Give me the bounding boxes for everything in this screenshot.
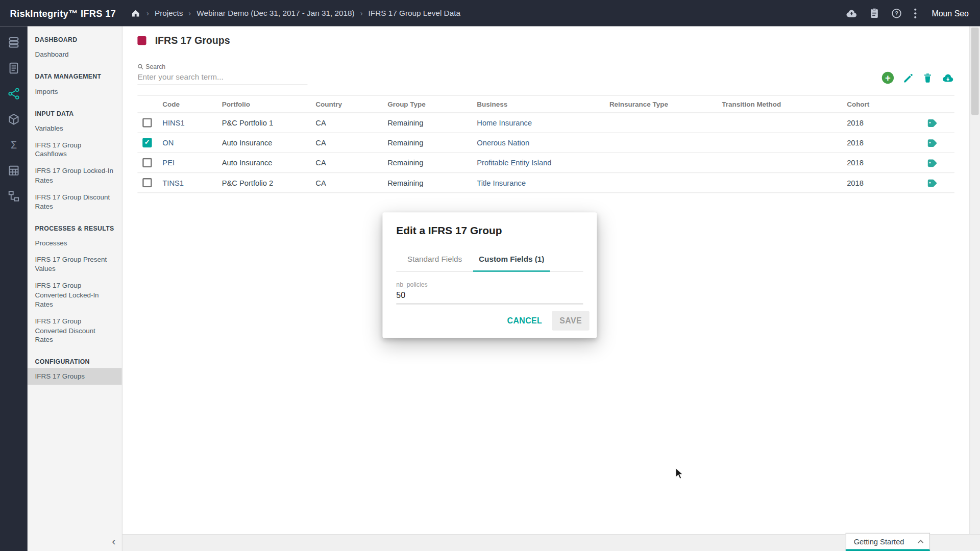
- add-group-button[interactable]: +: [882, 72, 894, 84]
- cell-country: CA: [315, 118, 387, 127]
- data-sources-icon[interactable]: [7, 36, 20, 49]
- tab-custom-fields[interactable]: Custom Fields (1): [473, 248, 550, 271]
- vertical-scrollbar-thumb[interactable]: [971, 28, 979, 115]
- svg-text:Σ: Σ: [11, 139, 17, 151]
- tag-icon[interactable]: [926, 178, 938, 188]
- topbar-actions: ? Moun Seo: [845, 8, 969, 19]
- chevron-up-icon[interactable]: [917, 539, 924, 544]
- row-checkbox[interactable]: [142, 138, 152, 147]
- column-header-country[interactable]: Country: [315, 101, 387, 108]
- breadcrumb-current[interactable]: IFRS 17 Group Level Data: [369, 9, 460, 17]
- table-row[interactable]: PEI Auto Insurance CA Remaining Profitab…: [137, 153, 954, 173]
- sidebar-item-ifrs-17-group-converted-locked-in-rates[interactable]: IFRS 17 Group Converted Locked-In Rates: [28, 278, 122, 313]
- breadcrumb: › Projects › Webinar Demo (Dec 31, 2017 …: [131, 8, 460, 18]
- column-header-reinsurance-type[interactable]: Reinsurance Type: [609, 101, 722, 108]
- sum-icon[interactable]: Σ: [7, 138, 20, 152]
- cell-group-type: Remaining: [387, 179, 477, 187]
- edit-group-button[interactable]: [902, 72, 914, 84]
- sidebar-item-variables[interactable]: Variables: [28, 120, 122, 137]
- cloud-upload-icon[interactable]: [845, 9, 857, 18]
- sidebar-item-ifrs-17-groups[interactable]: IFRS 17 Groups: [28, 368, 122, 385]
- reports-icon[interactable]: [7, 61, 20, 75]
- field-label: nb_policies: [396, 281, 583, 288]
- tag-icon[interactable]: [926, 137, 938, 148]
- row-checkbox[interactable]: [142, 178, 152, 187]
- svg-text:?: ?: [895, 10, 898, 16]
- breadcrumb-separator: ›: [146, 9, 149, 17]
- cell-code[interactable]: ON: [162, 138, 222, 147]
- getting-started-panel[interactable]: Getting Started: [846, 533, 930, 551]
- data-management-icon[interactable]: [7, 87, 20, 101]
- edit-group-dialog: Edit a IFRS 17 Group Standard Fields Cus…: [382, 212, 597, 338]
- tag-icon[interactable]: [926, 158, 938, 168]
- input-data-icon[interactable]: [7, 112, 20, 126]
- search-block: Search: [137, 63, 307, 85]
- user-menu[interactable]: Moun Seo: [932, 9, 969, 18]
- breadcrumb-separator: ›: [360, 9, 363, 17]
- row-checkbox[interactable]: [142, 158, 152, 167]
- cell-country: CA: [315, 138, 387, 147]
- sidebar-item-processes[interactable]: Processes: [28, 235, 122, 252]
- sidebar-item-dashboard[interactable]: Dashboard: [28, 46, 122, 63]
- column-header-portfolio[interactable]: Portfolio: [222, 101, 316, 108]
- cell-business[interactable]: Profitable Entity Island: [477, 158, 609, 167]
- ifrs17-groups-icon: [137, 36, 146, 45]
- sidebar-item-ifrs-17-group-discount-rates[interactable]: IFRS 17 Group Discount Rates: [28, 189, 122, 215]
- page-title: IFRS 17 Groups: [155, 35, 230, 46]
- vertical-scrollbar[interactable]: [969, 26, 980, 534]
- workflow-icon[interactable]: [7, 189, 20, 203]
- save-button[interactable]: SAVE: [552, 311, 590, 331]
- sidebar-menu: DASHBOARDDashboardDATA MANAGEMENTImports…: [28, 26, 122, 551]
- cell-business[interactable]: Onerous Nation: [477, 138, 609, 147]
- menu-section-header-data-management: DATA MANAGEMENT: [28, 63, 122, 83]
- clipboard-icon[interactable]: [869, 8, 879, 19]
- table-row[interactable]: ON Auto Insurance CA Remaining Onerous N…: [137, 133, 954, 153]
- cell-cohort: 2018: [847, 118, 926, 127]
- top-bar: RiskIntegrity™ IFRS 17 › Projects › Webi…: [0, 0, 980, 26]
- table-row[interactable]: TINS1 P&C Portfolio 2 CA Remaining Title…: [137, 173, 954, 193]
- menu-section-header-input-data: INPUT DATA: [28, 100, 122, 120]
- sidebar-item-ifrs-17-group-present-values[interactable]: IFRS 17 Group Present Values: [28, 252, 122, 278]
- export-icon[interactable]: [941, 73, 954, 83]
- cell-business[interactable]: Title Insurance: [477, 179, 609, 187]
- home-icon[interactable]: [131, 8, 141, 18]
- dialog-title: Edit a IFRS 17 Group: [382, 212, 597, 237]
- more-vertical-icon[interactable]: [914, 8, 917, 18]
- cell-business[interactable]: Home Insurance: [477, 118, 609, 127]
- dialog-actions: CANCEL SAVE: [501, 311, 589, 331]
- getting-started-label: Getting Started: [854, 537, 904, 545]
- breadcrumb-projects[interactable]: Projects: [155, 9, 183, 17]
- sidebar-item-ifrs-17-group-converted-discount-rates[interactable]: IFRS 17 Group Converted Discount Rates: [28, 313, 122, 348]
- menu-sections: DASHBOARDDashboardDATA MANAGEMENTImports…: [28, 26, 122, 385]
- tab-standard-fields[interactable]: Standard Fields: [396, 248, 473, 271]
- column-header-code[interactable]: Code: [162, 101, 222, 108]
- column-header-cohort[interactable]: Cohort: [847, 101, 926, 108]
- column-header-business[interactable]: Business: [477, 101, 609, 108]
- collapse-sidebar-icon[interactable]: ‹: [112, 536, 115, 547]
- column-header-group-type[interactable]: Group Type: [387, 101, 477, 108]
- sidebar-item-imports[interactable]: Imports: [28, 83, 122, 100]
- row-checkbox[interactable]: [142, 118, 152, 127]
- breadcrumb-separator: ›: [188, 9, 191, 17]
- cancel-button[interactable]: CANCEL: [501, 311, 548, 331]
- tag-icon[interactable]: [926, 117, 938, 128]
- cell-portfolio: P&C Portfolio 2: [222, 179, 316, 187]
- delete-group-button[interactable]: [922, 72, 933, 84]
- cell-code[interactable]: PEI: [162, 158, 222, 167]
- help-icon[interactable]: ?: [891, 8, 902, 18]
- sidebar-item-ifrs-17-group-cashflows[interactable]: IFRS 17 Group Cashflows: [28, 137, 122, 163]
- menu-section-header-configuration: CONFIGURATION: [28, 348, 122, 368]
- cell-code[interactable]: TINS1: [162, 179, 222, 187]
- cell-code[interactable]: HINS1: [162, 118, 222, 127]
- nb-policies-input[interactable]: [396, 288, 583, 304]
- breadcrumb-project[interactable]: Webinar Demo (Dec 31, 2017 - Jan 31, 201…: [197, 9, 354, 17]
- cell-portfolio: P&C Portfolio 1: [222, 118, 316, 127]
- column-header-transition-method[interactable]: Transition Method: [722, 101, 847, 108]
- cell-group-type: Remaining: [387, 158, 477, 167]
- table-row[interactable]: HINS1 P&C Portfolio 1 CA Remaining Home …: [137, 113, 954, 133]
- dialog-tabs: Standard Fields Custom Fields (1): [396, 248, 583, 271]
- sidebar-item-ifrs-17-group-locked-in-rates[interactable]: IFRS 17 Group Locked-In Rates: [28, 163, 122, 189]
- tables-icon[interactable]: [7, 164, 20, 178]
- app-brand: RiskIntegrity™ IFRS 17: [10, 8, 116, 18]
- search-input[interactable]: [137, 70, 307, 85]
